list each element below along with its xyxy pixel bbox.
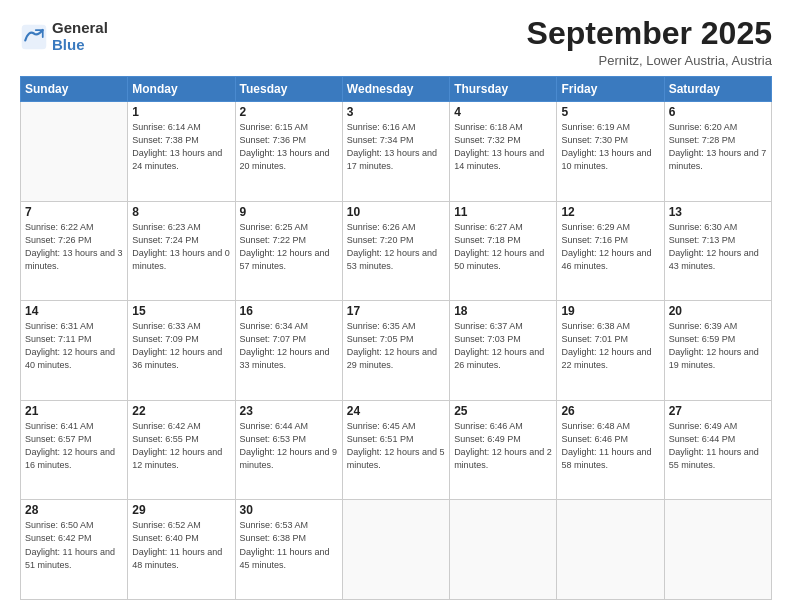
calendar-cell: 26Sunrise: 6:48 AM Sunset: 6:46 PM Dayli… (557, 400, 664, 500)
calendar-cell (342, 500, 449, 600)
day-number: 15 (132, 304, 230, 318)
day-number: 28 (25, 503, 123, 517)
day-number: 1 (132, 105, 230, 119)
calendar-cell: 13Sunrise: 6:30 AM Sunset: 7:13 PM Dayli… (664, 201, 771, 301)
calendar-cell (450, 500, 557, 600)
day-number: 16 (240, 304, 338, 318)
day-number: 3 (347, 105, 445, 119)
calendar-cell: 1Sunrise: 6:14 AM Sunset: 7:38 PM Daylig… (128, 102, 235, 202)
day-header-friday: Friday (557, 77, 664, 102)
day-info: Sunrise: 6:42 AM Sunset: 6:55 PM Dayligh… (132, 420, 230, 472)
day-info: Sunrise: 6:23 AM Sunset: 7:24 PM Dayligh… (132, 221, 230, 273)
day-number: 8 (132, 205, 230, 219)
day-number: 17 (347, 304, 445, 318)
day-header-wednesday: Wednesday (342, 77, 449, 102)
calendar-cell: 16Sunrise: 6:34 AM Sunset: 7:07 PM Dayli… (235, 301, 342, 401)
calendar-cell: 9Sunrise: 6:25 AM Sunset: 7:22 PM Daylig… (235, 201, 342, 301)
day-info: Sunrise: 6:45 AM Sunset: 6:51 PM Dayligh… (347, 420, 445, 472)
calendar-cell: 28Sunrise: 6:50 AM Sunset: 6:42 PM Dayli… (21, 500, 128, 600)
calendar-cell: 4Sunrise: 6:18 AM Sunset: 7:32 PM Daylig… (450, 102, 557, 202)
calendar-cell: 20Sunrise: 6:39 AM Sunset: 6:59 PM Dayli… (664, 301, 771, 401)
day-info: Sunrise: 6:25 AM Sunset: 7:22 PM Dayligh… (240, 221, 338, 273)
day-number: 25 (454, 404, 552, 418)
day-info: Sunrise: 6:22 AM Sunset: 7:26 PM Dayligh… (25, 221, 123, 273)
day-info: Sunrise: 6:52 AM Sunset: 6:40 PM Dayligh… (132, 519, 230, 571)
calendar-table: SundayMondayTuesdayWednesdayThursdayFrid… (20, 76, 772, 600)
calendar-cell: 29Sunrise: 6:52 AM Sunset: 6:40 PM Dayli… (128, 500, 235, 600)
day-number: 11 (454, 205, 552, 219)
calendar-cell (21, 102, 128, 202)
day-info: Sunrise: 6:29 AM Sunset: 7:16 PM Dayligh… (561, 221, 659, 273)
day-info: Sunrise: 6:46 AM Sunset: 6:49 PM Dayligh… (454, 420, 552, 472)
calendar-cell: 14Sunrise: 6:31 AM Sunset: 7:11 PM Dayli… (21, 301, 128, 401)
day-info: Sunrise: 6:37 AM Sunset: 7:03 PM Dayligh… (454, 320, 552, 372)
calendar-cell: 23Sunrise: 6:44 AM Sunset: 6:53 PM Dayli… (235, 400, 342, 500)
day-header-tuesday: Tuesday (235, 77, 342, 102)
calendar-cell: 22Sunrise: 6:42 AM Sunset: 6:55 PM Dayli… (128, 400, 235, 500)
calendar-cell: 19Sunrise: 6:38 AM Sunset: 7:01 PM Dayli… (557, 301, 664, 401)
day-number: 19 (561, 304, 659, 318)
calendar-cell: 5Sunrise: 6:19 AM Sunset: 7:30 PM Daylig… (557, 102, 664, 202)
calendar-cell: 10Sunrise: 6:26 AM Sunset: 7:20 PM Dayli… (342, 201, 449, 301)
day-info: Sunrise: 6:15 AM Sunset: 7:36 PM Dayligh… (240, 121, 338, 173)
day-info: Sunrise: 6:35 AM Sunset: 7:05 PM Dayligh… (347, 320, 445, 372)
day-number: 13 (669, 205, 767, 219)
day-info: Sunrise: 6:27 AM Sunset: 7:18 PM Dayligh… (454, 221, 552, 273)
day-number: 7 (25, 205, 123, 219)
day-info: Sunrise: 6:34 AM Sunset: 7:07 PM Dayligh… (240, 320, 338, 372)
day-info: Sunrise: 6:18 AM Sunset: 7:32 PM Dayligh… (454, 121, 552, 173)
day-number: 10 (347, 205, 445, 219)
logo: General Blue (20, 20, 108, 53)
day-header-saturday: Saturday (664, 77, 771, 102)
day-info: Sunrise: 6:26 AM Sunset: 7:20 PM Dayligh… (347, 221, 445, 273)
calendar-cell: 3Sunrise: 6:16 AM Sunset: 7:34 PM Daylig… (342, 102, 449, 202)
day-number: 5 (561, 105, 659, 119)
day-number: 21 (25, 404, 123, 418)
day-number: 14 (25, 304, 123, 318)
day-header-monday: Monday (128, 77, 235, 102)
day-number: 12 (561, 205, 659, 219)
calendar-cell: 27Sunrise: 6:49 AM Sunset: 6:44 PM Dayli… (664, 400, 771, 500)
calendar-cell: 25Sunrise: 6:46 AM Sunset: 6:49 PM Dayli… (450, 400, 557, 500)
day-info: Sunrise: 6:41 AM Sunset: 6:57 PM Dayligh… (25, 420, 123, 472)
logo-line1: General (52, 20, 108, 37)
calendar-cell: 18Sunrise: 6:37 AM Sunset: 7:03 PM Dayli… (450, 301, 557, 401)
calendar-cell: 21Sunrise: 6:41 AM Sunset: 6:57 PM Dayli… (21, 400, 128, 500)
day-info: Sunrise: 6:44 AM Sunset: 6:53 PM Dayligh… (240, 420, 338, 472)
day-number: 26 (561, 404, 659, 418)
calendar-cell: 2Sunrise: 6:15 AM Sunset: 7:36 PM Daylig… (235, 102, 342, 202)
calendar-cell: 8Sunrise: 6:23 AM Sunset: 7:24 PM Daylig… (128, 201, 235, 301)
day-number: 2 (240, 105, 338, 119)
calendar-cell (664, 500, 771, 600)
day-number: 4 (454, 105, 552, 119)
calendar-cell: 11Sunrise: 6:27 AM Sunset: 7:18 PM Dayli… (450, 201, 557, 301)
calendar-cell: 6Sunrise: 6:20 AM Sunset: 7:28 PM Daylig… (664, 102, 771, 202)
day-header-thursday: Thursday (450, 77, 557, 102)
day-info: Sunrise: 6:14 AM Sunset: 7:38 PM Dayligh… (132, 121, 230, 173)
day-info: Sunrise: 6:30 AM Sunset: 7:13 PM Dayligh… (669, 221, 767, 273)
calendar-cell: 30Sunrise: 6:53 AM Sunset: 6:38 PM Dayli… (235, 500, 342, 600)
day-info: Sunrise: 6:16 AM Sunset: 7:34 PM Dayligh… (347, 121, 445, 173)
day-number: 6 (669, 105, 767, 119)
day-number: 23 (240, 404, 338, 418)
day-number: 18 (454, 304, 552, 318)
day-info: Sunrise: 6:31 AM Sunset: 7:11 PM Dayligh… (25, 320, 123, 372)
day-number: 24 (347, 404, 445, 418)
day-info: Sunrise: 6:39 AM Sunset: 6:59 PM Dayligh… (669, 320, 767, 372)
day-number: 27 (669, 404, 767, 418)
day-info: Sunrise: 6:49 AM Sunset: 6:44 PM Dayligh… (669, 420, 767, 472)
calendar-cell: 17Sunrise: 6:35 AM Sunset: 7:05 PM Dayli… (342, 301, 449, 401)
day-info: Sunrise: 6:20 AM Sunset: 7:28 PM Dayligh… (669, 121, 767, 173)
day-info: Sunrise: 6:38 AM Sunset: 7:01 PM Dayligh… (561, 320, 659, 372)
day-number: 20 (669, 304, 767, 318)
day-info: Sunrise: 6:19 AM Sunset: 7:30 PM Dayligh… (561, 121, 659, 173)
day-info: Sunrise: 6:50 AM Sunset: 6:42 PM Dayligh… (25, 519, 123, 571)
calendar-cell: 7Sunrise: 6:22 AM Sunset: 7:26 PM Daylig… (21, 201, 128, 301)
day-info: Sunrise: 6:33 AM Sunset: 7:09 PM Dayligh… (132, 320, 230, 372)
day-info: Sunrise: 6:53 AM Sunset: 6:38 PM Dayligh… (240, 519, 338, 571)
day-info: Sunrise: 6:48 AM Sunset: 6:46 PM Dayligh… (561, 420, 659, 472)
day-number: 9 (240, 205, 338, 219)
logo-line2: Blue (52, 37, 108, 54)
day-number: 22 (132, 404, 230, 418)
month-title: September 2025 (527, 16, 772, 51)
